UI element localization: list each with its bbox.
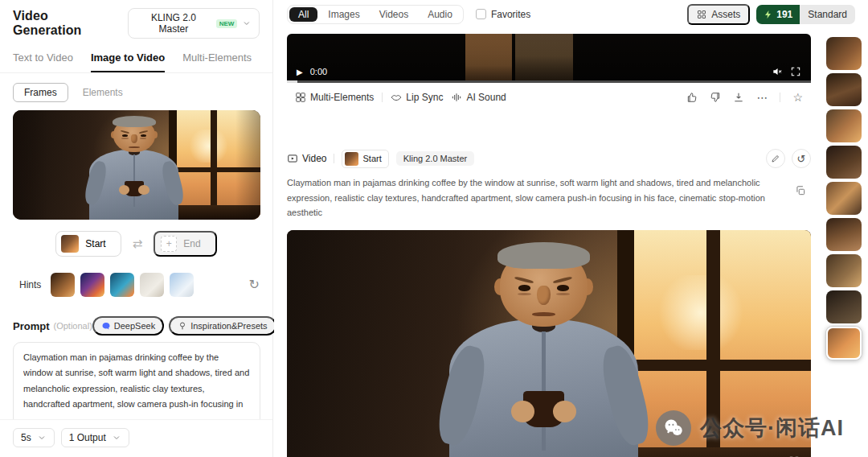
filter-images[interactable]: Images: [319, 7, 368, 22]
start-frame-thumbnail: [61, 235, 79, 253]
main-content: All Images Videos Audio Favorites Assets…: [274, 0, 868, 457]
deepseek-button[interactable]: DeepSeek: [92, 316, 164, 336]
filter-all[interactable]: All: [289, 7, 317, 22]
generation-settings-bar: 5s 1 Output: [0, 419, 272, 457]
history-thumbnail[interactable]: [826, 290, 862, 323]
hints-label: Hints: [19, 279, 41, 290]
more-options-icon[interactable]: ⋯: [756, 92, 768, 103]
hint-thumbnail[interactable]: [51, 273, 75, 297]
frame-selector-row: Start ⇄ + End: [0, 220, 272, 257]
hints-row: Hints ↻: [0, 257, 272, 297]
wechat-icon: [656, 410, 691, 446]
mode-tabs: Text to Video Image to Video Multi-Eleme…: [0, 42, 272, 73]
filter-videos[interactable]: Videos: [371, 7, 417, 22]
thumbs-up-icon[interactable]: [686, 92, 698, 103]
favorites-label: Favorites: [491, 9, 530, 20]
history-thumbnail[interactable]: [826, 37, 862, 70]
history-thumbnail[interactable]: [826, 218, 862, 251]
hint-thumbnail[interactable]: [170, 273, 194, 297]
previous-result-card: ▶ 0:00 Multi-Elements Lip Sync: [287, 34, 811, 113]
asset-filter-segmented: All Images Videos Audio: [287, 5, 464, 24]
assets-button[interactable]: Assets: [687, 4, 750, 25]
hint-thumbnail[interactable]: [80, 273, 104, 297]
model-selector-label: KLING 2.0 Master: [136, 12, 211, 35]
end-frame-label: End: [183, 238, 200, 249]
history-thumbnail[interactable]: [826, 182, 862, 215]
tab-text-to-video[interactable]: Text to Video: [13, 51, 73, 72]
grid-icon: [697, 10, 706, 19]
history-thumbnail[interactable]: [826, 73, 862, 106]
end-frame-button[interactable]: + End: [154, 231, 216, 257]
edit-button[interactable]: [766, 149, 785, 168]
refresh-hints-icon[interactable]: ↻: [249, 278, 260, 291]
history-thumbnail[interactable]: [826, 254, 862, 287]
left-panel: Video Generation KLING 2.0 Master NEW Te…: [0, 0, 273, 457]
watermark: 公众号·闲话AI: [656, 410, 844, 446]
video-progress-bar[interactable]: [287, 80, 811, 83]
new-badge: NEW: [216, 19, 238, 28]
chevron-down-icon: [242, 19, 252, 28]
start-frame-chip-label: Start: [362, 154, 381, 163]
hint-thumbnail[interactable]: [110, 273, 134, 297]
history-strip: [826, 37, 862, 360]
content-topbar: All Images Videos Audio Favorites Assets…: [274, 0, 868, 24]
lightbulb-icon: [178, 321, 187, 331]
chevron-down-icon: [37, 433, 47, 443]
filter-audio[interactable]: Audio: [419, 7, 461, 22]
pencil-icon: [771, 154, 780, 163]
prompt-input[interactable]: Claymation man in pajamas drinking coffe…: [23, 350, 250, 414]
video-icon: [287, 153, 298, 164]
thumbs-down-icon[interactable]: [710, 92, 721, 103]
duration-select[interactable]: 5s: [13, 428, 55, 447]
history-thumbnail-selected[interactable]: [826, 327, 862, 360]
inspiration-presets-button[interactable]: Inspiration&Presets: [169, 316, 276, 336]
subtab-elements[interactable]: Elements: [83, 87, 123, 98]
start-frame-preview[interactable]: [13, 110, 260, 220]
prompt-optional-label: (Optional): [54, 321, 92, 331]
deepseek-label: DeepSeek: [114, 321, 155, 331]
start-frame-image: [13, 110, 260, 220]
prompt-label: Prompt: [13, 320, 50, 332]
history-thumbnail[interactable]: [826, 109, 862, 142]
credits-plan-pill[interactable]: 191 Standard: [756, 5, 855, 24]
play-icon[interactable]: ▶: [297, 68, 303, 76]
credits-value: 191: [776, 9, 792, 20]
inspiration-presets-label: Inspiration&Presets: [190, 321, 267, 331]
left-panel-header: Video Generation KLING 2.0 Master NEW: [0, 0, 272, 42]
fullscreen-icon[interactable]: [790, 66, 801, 77]
lip-sync-button[interactable]: Lip Sync: [391, 92, 443, 103]
swap-frames-icon[interactable]: ⇄: [133, 237, 143, 251]
model-chip[interactable]: Kling 2.0 Master: [396, 151, 474, 166]
tab-multi-elements[interactable]: Multi-Elements: [182, 51, 252, 72]
favorites-filter[interactable]: Favorites: [476, 9, 530, 20]
favorite-star-icon[interactable]: ☆: [792, 92, 803, 103]
subtab-frames[interactable]: Frames: [13, 83, 68, 102]
mute-icon[interactable]: [772, 66, 783, 77]
add-end-frame-icon: +: [161, 236, 177, 252]
frame-subtabs: Frames Elements: [0, 73, 272, 110]
output-count-select[interactable]: 1 Output: [61, 428, 129, 447]
result-prompt-row: Claymation man in pajamas drinking coffe…: [287, 175, 811, 220]
tab-image-to-video[interactable]: Image to Video: [91, 51, 165, 72]
start-frame-chip-thumbnail: [345, 152, 358, 166]
previous-video-player[interactable]: ▶ 0:00: [287, 34, 811, 80]
start-frame-button[interactable]: Start: [55, 231, 121, 257]
model-selector-dropdown[interactable]: KLING 2.0 Master NEW: [128, 8, 260, 39]
result-type-label: Video: [287, 153, 326, 164]
duration-value: 5s: [21, 432, 31, 443]
download-icon[interactable]: [733, 92, 744, 103]
favorites-checkbox[interactable]: [476, 9, 486, 19]
hint-thumbnail[interactable]: [140, 273, 164, 297]
lips-icon: [391, 92, 402, 103]
multi-elements-button[interactable]: Multi-Elements: [295, 92, 374, 103]
video-time: 0:00: [310, 67, 327, 76]
start-frame-chip[interactable]: Start: [342, 150, 388, 168]
copy-prompt-icon[interactable]: [795, 185, 806, 196]
ai-sound-button[interactable]: AI Sound: [451, 92, 506, 103]
regenerate-button[interactable]: ↺: [792, 149, 811, 168]
result-type-text: Video: [302, 153, 326, 164]
history-thumbnail[interactable]: [826, 146, 862, 179]
result-prompt-text: Claymation man in pajamas drinking coffe…: [287, 175, 782, 220]
lip-sync-label: Lip Sync: [406, 92, 443, 103]
energy-bolt-icon: [764, 10, 773, 19]
